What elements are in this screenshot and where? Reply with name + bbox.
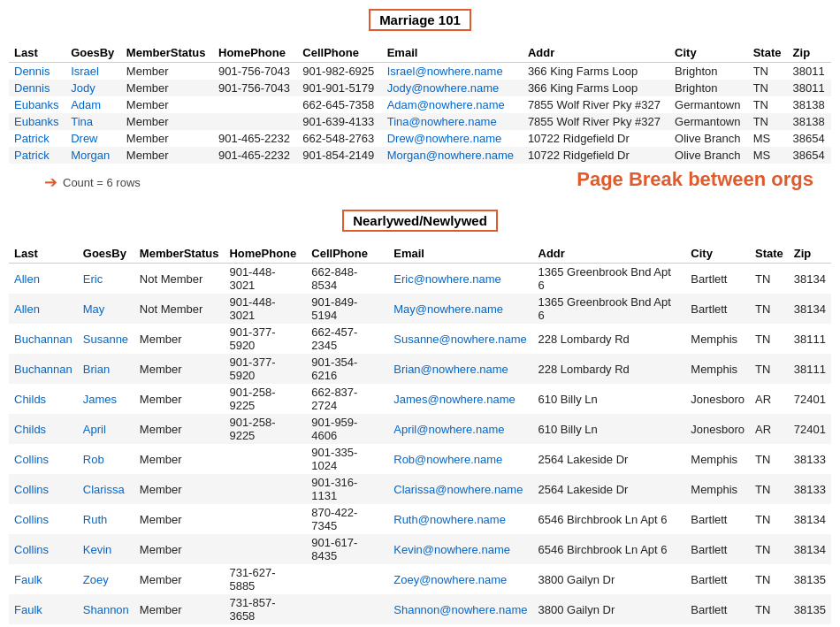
last-name-link[interactable]: Collins (14, 483, 49, 496)
last-name-link[interactable]: Collins (14, 513, 49, 526)
table-cell[interactable]: Clarissa (78, 474, 134, 504)
goesby-link[interactable]: Susanne (83, 333, 128, 346)
email-link[interactable]: Eric@nowhere.name (393, 272, 501, 286)
email-link[interactable]: Brian@nowhere.name (393, 363, 508, 376)
table-cell[interactable]: Collins (9, 504, 78, 534)
last-name-link[interactable]: Eubanks (14, 98, 59, 111)
email-link[interactable]: Ruth@nowhere.name (393, 513, 506, 526)
email-link[interactable]: May@nowhere.name (393, 302, 503, 316)
goesby-link[interactable]: Clarissa (83, 483, 125, 496)
email-link[interactable]: Susanne@nowhere.name (393, 333, 527, 346)
table-cell[interactable]: Patrick (9, 147, 65, 164)
email-link[interactable]: Drew@nowhere.name (387, 132, 502, 145)
table-cell[interactable]: May (78, 294, 134, 324)
email-link[interactable]: Jody@nowhere.name (387, 81, 500, 95)
table-cell[interactable]: Eric (78, 264, 134, 294)
last-name-link[interactable]: Dennis (14, 65, 50, 78)
table-cell[interactable]: Shannon@nowhere.name (388, 594, 532, 624)
goesby-link[interactable]: Ruth (83, 513, 107, 526)
table-cell[interactable]: Allen (9, 264, 78, 294)
goesby-link[interactable]: Tina (71, 115, 93, 128)
table-cell[interactable]: Collins (9, 474, 78, 504)
last-name-link[interactable]: Buchannan (14, 333, 73, 346)
table-cell[interactable]: Childs (9, 414, 78, 444)
table-cell[interactable]: Brian (78, 354, 134, 384)
email-link[interactable]: Israel@nowhere.name (387, 65, 503, 78)
table-cell[interactable]: Eubanks (9, 96, 65, 113)
last-name-link[interactable]: Faulk (14, 573, 42, 586)
table-cell[interactable]: April@nowhere.name (388, 414, 532, 444)
table-cell[interactable]: Allen (9, 294, 78, 324)
table-cell[interactable]: Adam@nowhere.name (382, 96, 523, 113)
goesby-link[interactable]: Morgan (71, 149, 110, 162)
table-cell[interactable]: Collins (9, 534, 78, 564)
table-cell[interactable]: Dennis (9, 63, 65, 80)
table-cell[interactable]: James@nowhere.name (388, 384, 532, 414)
table-cell[interactable]: Morgan@nowhere.name (382, 147, 523, 164)
table-cell[interactable]: Dennis (9, 80, 65, 96)
goesby-link[interactable]: Israel (71, 65, 99, 78)
table-cell[interactable]: Ruth (78, 504, 134, 534)
email-link[interactable]: Kevin@nowhere.name (393, 543, 510, 556)
goesby-link[interactable]: Drew (71, 132, 97, 145)
goesby-link[interactable]: Zoey (83, 573, 109, 586)
table-cell[interactable]: Adam (65, 96, 121, 113)
last-name-link[interactable]: Childs (14, 423, 46, 436)
table-cell[interactable]: Susanne (78, 324, 134, 354)
table-cell[interactable]: Eric@nowhere.name (388, 264, 532, 294)
table-cell[interactable]: Morgan (65, 147, 121, 164)
table-cell[interactable]: Buchannan (9, 324, 78, 354)
last-name-link[interactable]: Patrick (14, 149, 50, 162)
table-cell[interactable]: Collins (9, 444, 78, 474)
last-name-link[interactable]: Collins (14, 453, 49, 466)
table-cell[interactable]: Zoey (78, 564, 134, 594)
goesby-link[interactable]: Jody (71, 81, 95, 95)
table-cell[interactable]: Kevin@nowhere.name (388, 534, 532, 564)
goesby-link[interactable]: April (83, 423, 106, 436)
last-name-link[interactable]: Faulk (14, 603, 42, 616)
table-cell[interactable]: Kevin (78, 534, 134, 564)
goesby-link[interactable]: May (83, 302, 105, 316)
table-cell[interactable]: Brian@nowhere.name (388, 354, 532, 384)
table-cell[interactable]: Susanne@nowhere.name (388, 324, 532, 354)
table-cell[interactable]: Faulk (9, 564, 78, 594)
email-link[interactable]: Rob@nowhere.name (393, 453, 502, 466)
table-cell[interactable]: Drew (65, 130, 121, 147)
table-cell[interactable]: Zoey@nowhere.name (388, 564, 532, 594)
table-cell[interactable]: Faulk (9, 594, 78, 624)
last-name-link[interactable]: Eubanks (14, 115, 59, 128)
table-cell[interactable]: Rob (78, 444, 134, 474)
table-cell[interactable]: Tina (65, 113, 121, 130)
table-cell[interactable]: Tina@nowhere.name (382, 113, 523, 130)
table-cell[interactable]: Clarissa@nowhere.name (388, 474, 532, 504)
table-cell[interactable]: April (78, 414, 134, 444)
table-cell[interactable]: James (78, 384, 134, 414)
table-cell[interactable]: Rob@nowhere.name (388, 444, 532, 474)
table-cell[interactable]: May@nowhere.name (388, 294, 532, 324)
table-cell[interactable]: Eubanks (9, 113, 65, 130)
email-link[interactable]: James@nowhere.name (393, 393, 515, 406)
goesby-link[interactable]: Adam (71, 98, 101, 111)
last-name-link[interactable]: Allen (14, 302, 40, 316)
email-link[interactable]: Shannon@nowhere.name (393, 603, 527, 616)
last-name-link[interactable]: Childs (14, 393, 46, 406)
email-link[interactable]: April@nowhere.name (393, 423, 504, 436)
last-name-link[interactable]: Allen (14, 272, 40, 286)
email-link[interactable]: Clarissa@nowhere.name (393, 483, 523, 496)
goesby-link[interactable]: Shannon (83, 603, 129, 616)
last-name-link[interactable]: Dennis (14, 81, 50, 95)
last-name-link[interactable]: Patrick (14, 132, 50, 145)
goesby-link[interactable]: Rob (83, 453, 104, 466)
table-cell[interactable]: Israel (65, 63, 121, 80)
last-name-link[interactable]: Buchannan (14, 363, 73, 376)
goesby-link[interactable]: Kevin (83, 543, 112, 556)
goesby-link[interactable]: Eric (83, 272, 103, 286)
last-name-link[interactable]: Collins (14, 543, 49, 556)
table-cell[interactable]: Ruth@nowhere.name (388, 504, 532, 534)
goesby-link[interactable]: Brian (83, 363, 110, 376)
table-cell[interactable]: Jody (65, 80, 121, 96)
table-cell[interactable]: Israel@nowhere.name (382, 63, 523, 80)
table-cell[interactable]: Childs (9, 384, 78, 414)
email-link[interactable]: Tina@nowhere.name (387, 115, 497, 128)
table-cell[interactable]: Drew@nowhere.name (382, 130, 523, 147)
